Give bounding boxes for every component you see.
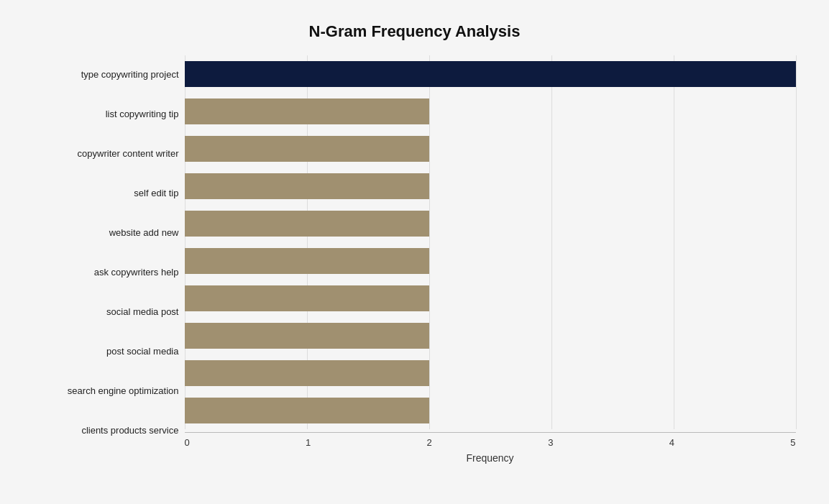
- bar-row: [185, 280, 796, 317]
- grid-line: [796, 55, 797, 429]
- x-axis-bottom: 012345 Frequency: [185, 432, 796, 464]
- bar: [185, 398, 429, 423]
- x-tick: 4: [669, 437, 674, 448]
- bar-row: [185, 317, 796, 354]
- y-axis-label: website add new: [109, 214, 179, 252]
- y-axis-label: type copywriting project: [81, 56, 179, 93]
- bar-row: [185, 168, 796, 205]
- x-tick: 3: [548, 437, 553, 448]
- y-axis-label: copywriter content writer: [78, 135, 179, 173]
- x-tick: 5: [790, 437, 795, 448]
- bar-row: [185, 93, 796, 130]
- bar: [185, 61, 796, 87]
- chart-title: N-Gram Frequency Analysis: [34, 22, 796, 41]
- bar: [185, 248, 429, 274]
- bar: [185, 173, 429, 199]
- y-axis-label: self edit tip: [134, 175, 178, 212]
- y-axis-label: ask copywriters help: [94, 254, 179, 291]
- y-axis-label: search engine optimization: [68, 372, 179, 410]
- plot-area: 012345 Frequency: [185, 55, 796, 451]
- x-tick: 0: [185, 437, 190, 448]
- chart-container: N-Gram Frequency Analysis type copywriti…: [19, 8, 810, 497]
- x-tick: 1: [306, 437, 311, 448]
- bar-row: [185, 242, 796, 280]
- bar: [185, 211, 429, 237]
- bar: [185, 136, 429, 162]
- y-axis-label: post social media: [106, 333, 178, 370]
- y-axis-labels: type copywriting projectlist copywriting…: [34, 55, 185, 451]
- bar-row: [185, 354, 796, 392]
- chart-area: type copywriting projectlist copywriting…: [34, 55, 796, 451]
- y-axis-label: clients products service: [81, 412, 178, 449]
- bar-row: [185, 392, 796, 429]
- x-tick: 2: [427, 437, 432, 448]
- bar: [185, 360, 429, 386]
- x-axis-label: Frequency: [185, 452, 796, 464]
- bar-row: [185, 205, 796, 242]
- bar-row: [185, 130, 796, 168]
- y-axis-label: social media post: [106, 293, 178, 331]
- x-axis: 012345: [185, 432, 796, 448]
- bar: [185, 285, 429, 311]
- y-axis-label: list copywriting tip: [106, 96, 179, 133]
- bar: [185, 98, 429, 124]
- bars-wrapper: [185, 55, 796, 429]
- bar: [185, 323, 429, 349]
- bar-row: [185, 55, 796, 93]
